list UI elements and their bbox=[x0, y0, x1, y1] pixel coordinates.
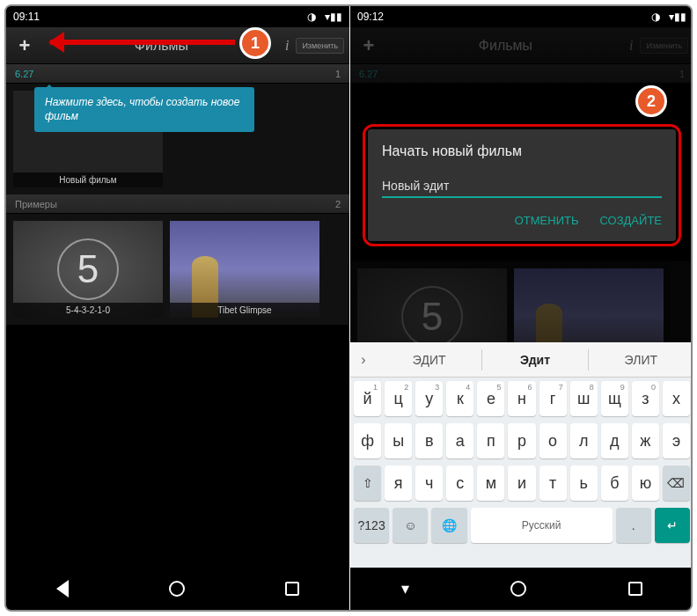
examples-label: Примеры bbox=[15, 199, 57, 209]
key[interactable]: в bbox=[415, 423, 443, 458]
key[interactable]: г7 bbox=[539, 381, 567, 416]
step-marker: 1 bbox=[239, 27, 271, 59]
key[interactable]: у3 bbox=[415, 381, 443, 416]
key[interactable]: и bbox=[508, 466, 535, 501]
enter-key[interactable]: ↵ bbox=[655, 508, 690, 543]
thumb-label: Новый фильм bbox=[13, 172, 163, 187]
info-icon[interactable]: i bbox=[629, 38, 633, 54]
recent-button[interactable] bbox=[285, 582, 299, 596]
key[interactable]: з0 bbox=[632, 381, 659, 416]
symbols-key[interactable]: ?123 bbox=[354, 508, 389, 543]
info-icon[interactable]: i bbox=[285, 38, 289, 54]
count-label: 1 bbox=[679, 69, 685, 79]
key[interactable]: о bbox=[539, 423, 567, 458]
thumb-label: Tibet Glimpse bbox=[170, 303, 319, 318]
nav-bar bbox=[6, 568, 349, 610]
key[interactable]: ш8 bbox=[570, 381, 598, 416]
recent-button[interactable] bbox=[628, 582, 642, 596]
suggestion[interactable]: ЭЛИТ bbox=[589, 349, 693, 370]
step-marker: 2 bbox=[635, 85, 667, 117]
backspace-key[interactable]: ⌫ bbox=[663, 466, 690, 501]
key[interactable]: й1 bbox=[354, 381, 381, 416]
date-label: 6.27 bbox=[15, 69, 33, 79]
date-bar: 6.27 1 bbox=[6, 64, 349, 84]
key[interactable]: э bbox=[663, 423, 690, 458]
countdown-num: 5 bbox=[77, 247, 99, 291]
cancel-button[interactable]: ОТМЕНИТЬ bbox=[515, 214, 579, 227]
emoji-key[interactable]: ☺ bbox=[393, 508, 428, 543]
key[interactable]: м bbox=[477, 466, 504, 501]
create-button[interactable]: СОЗДАЙТЕ bbox=[600, 214, 663, 227]
key[interactable]: л bbox=[570, 423, 598, 458]
suggestion[interactable]: Эдит bbox=[482, 349, 588, 370]
edit-button[interactable]: Изменить bbox=[296, 38, 344, 54]
thumb-label: 5-4-3-2-1-0 bbox=[13, 303, 163, 318]
suggestion[interactable]: ЭДИТ bbox=[377, 349, 482, 370]
key[interactable]: б bbox=[601, 466, 628, 501]
globe-key[interactable]: 🌐 bbox=[431, 508, 466, 543]
key[interactable]: с bbox=[446, 466, 473, 501]
edit-button[interactable]: Изменить bbox=[640, 38, 688, 54]
movie-name-input[interactable] bbox=[382, 175, 662, 198]
key[interactable]: ы bbox=[385, 423, 412, 458]
period-key[interactable]: . bbox=[616, 508, 651, 543]
screen-title: Фильмы bbox=[382, 38, 629, 54]
key[interactable]: а bbox=[446, 423, 473, 458]
key[interactable]: д bbox=[601, 423, 628, 458]
key[interactable]: н6 bbox=[508, 381, 535, 416]
examples-row: 5 5-4-3-2-1-0 Tibet Glimpse bbox=[6, 214, 349, 325]
shift-key[interactable]: ⇧ bbox=[354, 466, 381, 501]
nav-bar: ▾ bbox=[350, 568, 693, 610]
example-thumb[interactable]: Tibet Glimpse bbox=[170, 221, 319, 318]
example-thumb[interactable]: 5 5-4-3-2-1-0 bbox=[13, 221, 163, 318]
keyboard-down-icon[interactable]: ▾ bbox=[401, 579, 409, 598]
examples-bar: Примеры 2 bbox=[6, 194, 349, 214]
key[interactable]: х bbox=[663, 381, 690, 416]
count-label: 1 bbox=[335, 69, 341, 79]
app-bar: + Фильмы i Изменить bbox=[350, 27, 693, 64]
back-button[interactable] bbox=[56, 580, 69, 598]
add-button[interactable]: + bbox=[11, 33, 38, 59]
key[interactable]: ж bbox=[632, 423, 659, 458]
hint-tooltip: Нажмите здесь, чтобы создать новое фильм bbox=[34, 87, 254, 132]
chevron-icon[interactable]: › bbox=[350, 352, 377, 368]
clock: 09:12 bbox=[357, 11, 384, 23]
key[interactable]: я bbox=[385, 466, 412, 501]
date-bar: 6.27 1 bbox=[350, 64, 693, 84]
count-label: 2 bbox=[335, 199, 341, 209]
home-button[interactable] bbox=[169, 581, 185, 597]
status-icons: ◑ ▾▮▮ bbox=[307, 11, 342, 23]
key[interactable]: ц2 bbox=[385, 381, 412, 416]
status-bar: 09:12 ◑ ▾▮▮ bbox=[350, 6, 693, 27]
dialog-highlight: Начать новый фильм ОТМЕНИТЬ СОЗДАЙТЕ bbox=[363, 124, 681, 246]
suggestion-bar: › ЭДИТ Эдит ЭЛИТ bbox=[350, 342, 693, 378]
date-label: 6.27 bbox=[359, 69, 378, 79]
key[interactable]: ю bbox=[632, 466, 659, 501]
key[interactable]: т bbox=[539, 466, 567, 501]
key[interactable]: ф bbox=[354, 423, 381, 458]
key[interactable]: п bbox=[477, 423, 504, 458]
keyboard: › ЭДИТ Эдит ЭЛИТ й1ц2у3к4е5н6г7ш8щ9з0х ф… bbox=[350, 342, 693, 568]
key[interactable]: ч bbox=[415, 466, 443, 501]
status-icons: ◑ ▾▮▮ bbox=[651, 11, 686, 23]
add-button[interactable]: + bbox=[356, 33, 382, 59]
status-bar: 09:11 ◑ ▾▮▮ bbox=[6, 6, 349, 27]
key[interactable]: е5 bbox=[477, 381, 504, 416]
key[interactable]: к4 bbox=[446, 381, 473, 416]
clock: 09:11 bbox=[13, 11, 40, 23]
key[interactable]: р bbox=[508, 423, 535, 458]
annotation-arrow bbox=[50, 40, 235, 45]
key[interactable]: щ9 bbox=[601, 381, 628, 416]
new-movie-dialog: Начать новый фильм ОТМЕНИТЬ СОЗДАЙТЕ bbox=[368, 129, 676, 241]
key[interactable]: ь bbox=[570, 466, 598, 501]
home-button[interactable] bbox=[510, 581, 526, 597]
dialog-title: Начать новый фильм bbox=[382, 143, 662, 159]
space-key[interactable]: Русский bbox=[471, 508, 613, 543]
